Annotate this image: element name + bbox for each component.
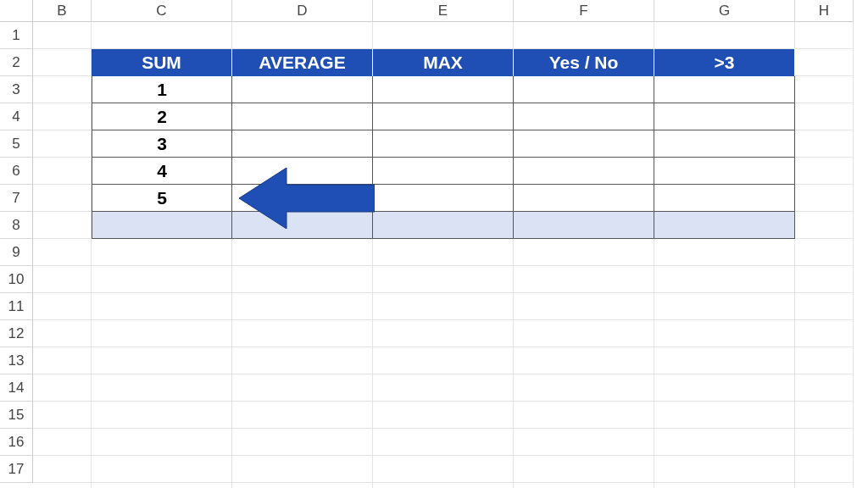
cell[interactable] (33, 22, 92, 49)
cell[interactable] (373, 22, 514, 49)
cell[interactable] (514, 320, 654, 347)
cell[interactable] (232, 402, 373, 429)
cell[interactable] (232, 293, 373, 320)
cell[interactable] (33, 456, 92, 483)
table-cell[interactable] (654, 76, 795, 103)
cell[interactable] (373, 239, 514, 266)
cell[interactable] (654, 320, 795, 347)
cell[interactable] (654, 429, 795, 456)
row-header-3[interactable]: 3 (0, 76, 33, 103)
cell[interactable] (514, 374, 654, 402)
table-footer-cell[interactable] (373, 212, 514, 239)
cell[interactable] (92, 483, 232, 488)
cell[interactable] (514, 22, 654, 49)
cell[interactable] (92, 347, 232, 374)
cell[interactable] (33, 374, 92, 402)
row-header-1[interactable]: 1 (0, 22, 33, 49)
cell[interactable] (33, 239, 92, 266)
cell[interactable] (33, 402, 92, 429)
table-cell[interactable] (654, 130, 795, 158)
cell[interactable] (795, 239, 854, 266)
row-header-13[interactable]: 13 (0, 347, 33, 374)
cell[interactable] (514, 347, 654, 374)
cell[interactable] (795, 402, 854, 429)
cell[interactable] (795, 266, 854, 293)
column-header-H[interactable]: H (795, 0, 854, 22)
cell[interactable] (654, 239, 795, 266)
row-header-17[interactable]: 17 (0, 456, 33, 483)
cell[interactable] (92, 293, 232, 320)
row-header-12[interactable]: 12 (0, 320, 33, 347)
cell[interactable] (373, 402, 514, 429)
cell[interactable] (795, 347, 854, 374)
column-header-E[interactable]: E (373, 0, 514, 22)
cell[interactable] (232, 429, 373, 456)
cell[interactable] (232, 456, 373, 483)
table-cell[interactable] (232, 103, 373, 130)
cell[interactable] (795, 320, 854, 347)
table-header-max[interactable]: MAX (373, 49, 514, 76)
cell[interactable] (232, 239, 373, 266)
cell[interactable] (92, 320, 232, 347)
table-cell[interactable] (232, 130, 373, 158)
table-cell[interactable] (373, 103, 514, 130)
table-cell[interactable] (373, 130, 514, 158)
row-header-9[interactable]: 9 (0, 239, 33, 266)
cell[interactable] (373, 456, 514, 483)
column-header-B[interactable]: B (33, 0, 92, 22)
table-cell[interactable] (514, 185, 654, 212)
cell[interactable] (654, 402, 795, 429)
row-header-8[interactable]: 8 (0, 212, 33, 239)
table-cell[interactable] (373, 158, 514, 185)
cell[interactable] (373, 266, 514, 293)
cell[interactable] (33, 76, 92, 103)
cell[interactable] (654, 374, 795, 402)
cell[interactable] (373, 320, 514, 347)
table-cell[interactable] (514, 76, 654, 103)
cell[interactable] (654, 293, 795, 320)
table-cell[interactable]: 5 (92, 185, 232, 212)
cell[interactable] (373, 374, 514, 402)
cell[interactable] (654, 483, 795, 488)
row-header-2[interactable]: 2 (0, 49, 33, 76)
cell[interactable] (795, 130, 854, 158)
cell[interactable] (232, 22, 373, 49)
table-cell[interactable] (654, 103, 795, 130)
cell[interactable] (33, 103, 92, 130)
table-footer-cell[interactable] (92, 212, 232, 239)
cell[interactable] (33, 266, 92, 293)
cell[interactable] (514, 293, 654, 320)
cell[interactable] (33, 212, 92, 239)
cell[interactable] (232, 347, 373, 374)
row-header-11[interactable]: 11 (0, 293, 33, 320)
cell[interactable] (92, 266, 232, 293)
table-cell[interactable]: 2 (92, 103, 232, 130)
cell[interactable] (232, 266, 373, 293)
table-cell[interactable] (373, 185, 514, 212)
table-cell[interactable] (654, 158, 795, 185)
table-cell[interactable]: 4 (92, 158, 232, 185)
cell[interactable] (92, 22, 232, 49)
cell[interactable] (514, 429, 654, 456)
cell[interactable] (654, 347, 795, 374)
row-header-16[interactable]: 16 (0, 429, 33, 456)
cell[interactable] (795, 185, 854, 212)
column-header-G[interactable]: G (654, 0, 795, 22)
row-header-7[interactable]: 7 (0, 185, 33, 212)
cell[interactable] (795, 483, 854, 488)
cell[interactable] (232, 483, 373, 488)
column-header-F[interactable]: F (514, 0, 654, 22)
table-header-yes-no[interactable]: Yes / No (514, 49, 654, 76)
cell[interactable] (92, 374, 232, 402)
table-cell[interactable] (654, 185, 795, 212)
table-header-sum[interactable]: SUM (92, 49, 232, 76)
row-header-15[interactable]: 15 (0, 402, 33, 429)
cell[interactable] (33, 130, 92, 158)
table-cell[interactable]: 3 (92, 130, 232, 158)
table-header--3[interactable]: >3 (654, 49, 795, 76)
row-header-10[interactable]: 10 (0, 266, 33, 293)
cell[interactable] (92, 239, 232, 266)
cell[interactable] (795, 212, 854, 239)
cell[interactable] (795, 76, 854, 103)
table-cell[interactable] (514, 103, 654, 130)
